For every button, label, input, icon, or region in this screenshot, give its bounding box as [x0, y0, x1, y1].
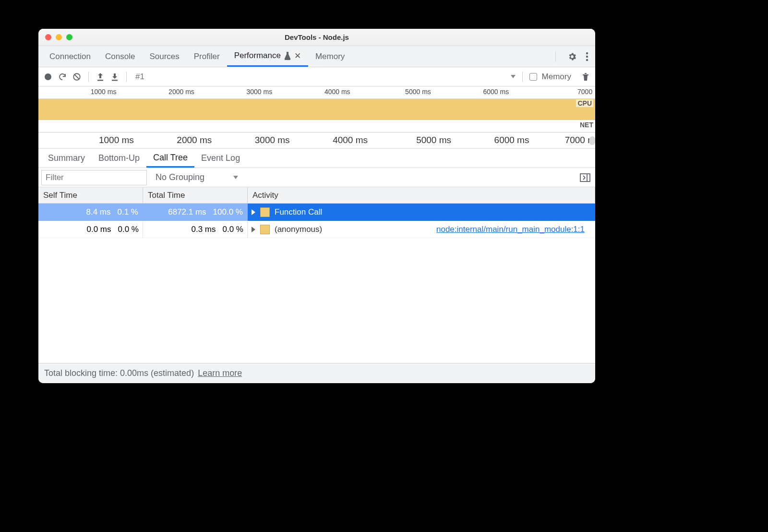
settings-icon[interactable] [567, 52, 577, 61]
tab-profiler[interactable]: Profiler [187, 46, 227, 67]
net-overview[interactable]: NET [38, 120, 595, 133]
col-activity[interactable]: Activity [248, 187, 595, 203]
status-bar: Total blocking time: 0.00ms (estimated) … [38, 363, 595, 383]
flask-icon [284, 51, 291, 60]
window-title: DevTools - Node.js [38, 33, 595, 41]
filter-row: No Grouping [38, 168, 595, 187]
scrollbar-handle[interactable] [589, 136, 595, 145]
activity-name: Function Call [275, 207, 322, 217]
call-tree-body: 8.4 ms0.1 % 6872.1 ms100.0 % Function Ca… [38, 204, 595, 363]
record-icon[interactable] [43, 72, 53, 82]
subtab-bottom-up[interactable]: Bottom-Up [92, 149, 146, 168]
dropdown-caret-icon [233, 176, 238, 179]
cpu-label: CPU [576, 99, 593, 107]
download-icon[interactable] [110, 72, 120, 82]
table-row[interactable]: 8.4 ms0.1 % 6872.1 ms100.0 % Function Ca… [38, 204, 595, 221]
subtab-event-log[interactable]: Event Log [194, 149, 247, 168]
table-header: Self Time Total Time Activity [38, 187, 595, 204]
category-swatch-icon [260, 207, 270, 217]
detail-ruler[interactable]: 1000 ms 2000 ms 3000 ms 4000 ms 5000 ms … [38, 133, 595, 149]
svg-point-3 [45, 73, 51, 80]
memory-checkbox[interactable] [529, 73, 537, 81]
performance-toolbar: #1 Memory [38, 67, 595, 86]
main-tab-bar: Connection Console Sources Profiler Perf… [38, 46, 595, 67]
sidebar-toggle-icon[interactable] [580, 173, 595, 182]
net-label: NET [580, 121, 593, 129]
maximize-window-button[interactable] [66, 34, 72, 40]
recording-selector[interactable]: #1 [133, 72, 516, 82]
svg-point-2 [586, 59, 588, 60]
tab-console[interactable]: Console [98, 46, 142, 67]
separator [555, 51, 556, 62]
table-row[interactable]: 0.0 ms0.0 % 0.3 ms0.0 % (anonymous) node… [38, 221, 595, 238]
tab-performance[interactable]: Performance ✕ [227, 46, 308, 67]
devtools-window: DevTools - Node.js Connection Console So… [38, 29, 595, 383]
filter-input[interactable] [41, 170, 147, 185]
grouping-selector[interactable]: No Grouping [150, 172, 244, 182]
close-window-button[interactable] [45, 34, 51, 40]
source-link[interactable]: node:internal/main/run_main_module:1:1 [436, 225, 591, 234]
detail-tabs: Summary Bottom-Up Call Tree Event Log [38, 149, 595, 168]
expand-caret-icon[interactable] [252, 227, 255, 232]
svg-point-0 [586, 52, 588, 54]
tab-sources[interactable]: Sources [142, 46, 186, 67]
tab-memory[interactable]: Memory [308, 46, 352, 67]
subtab-summary[interactable]: Summary [41, 149, 92, 168]
clear-icon[interactable] [72, 72, 82, 82]
svg-rect-6 [112, 80, 118, 81]
titlebar: DevTools - Node.js [38, 29, 595, 46]
expand-caret-icon[interactable] [252, 209, 255, 215]
close-tab-icon[interactable]: ✕ [294, 51, 301, 61]
overview-ruler[interactable]: 1000 ms 2000 ms 3000 ms 4000 ms 5000 ms … [38, 86, 595, 99]
activity-name: (anonymous) [275, 225, 322, 234]
delete-icon[interactable] [581, 72, 590, 82]
upload-icon[interactable] [96, 72, 105, 82]
col-total-time[interactable]: Total Time [143, 187, 248, 203]
svg-rect-5 [97, 80, 103, 81]
cpu-overview[interactable]: CPU [38, 99, 595, 120]
recording-label: #1 [135, 72, 144, 82]
window-controls [45, 34, 72, 40]
minimize-window-button[interactable] [56, 34, 62, 40]
dropdown-caret-icon [511, 75, 516, 78]
svg-point-1 [586, 55, 588, 57]
subtab-call-tree[interactable]: Call Tree [146, 149, 194, 168]
col-self-time[interactable]: Self Time [38, 187, 143, 203]
reload-icon[interactable] [58, 72, 67, 82]
category-swatch-icon [260, 225, 270, 234]
blocking-time-text: Total blocking time: 0.00ms (estimated) [44, 368, 194, 378]
learn-more-link[interactable]: Learn more [198, 368, 242, 378]
tab-connection[interactable]: Connection [42, 46, 98, 67]
more-icon[interactable] [586, 52, 588, 61]
memory-checkbox-label: Memory [542, 72, 571, 82]
